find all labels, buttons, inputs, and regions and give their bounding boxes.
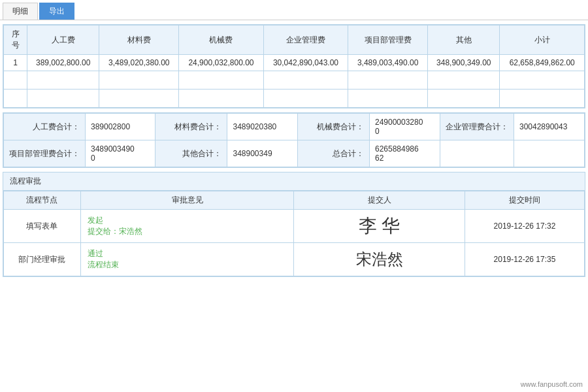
project-label: 项目部管理费合计： (4, 140, 86, 167)
wf-header-submitter: 提交人 (294, 191, 465, 210)
wf-opinion-link-2[interactable]: 通过 (88, 249, 103, 258)
workflow-table: 流程节点 审批意见 提交人 提交时间 填写表单 发起 提交给：宋浩然 李 华 (3, 191, 585, 276)
wf-opinion-sub-2: 流程结束 (88, 259, 287, 270)
cell-material: 3,489,020,380.00 (99, 55, 179, 71)
col-header-other: 其他 (428, 25, 500, 55)
wf-time-1: 2019-12-26 17:32 (465, 210, 584, 243)
col-header-labor: 人工费 (27, 25, 99, 55)
data-table: 序号 人工费 材料费 机械费 企业管理费 项目部管理费 其他 小计 1 389,… (3, 25, 585, 108)
cell-machine: 24,900,032,800.00 (179, 55, 264, 71)
wf-submitter-1: 李 华 (294, 210, 465, 243)
cell-other: 348,900,349.00 (428, 55, 500, 71)
machine-value: 24900003280 0 (369, 114, 440, 140)
col-header-material: 材料费 (99, 25, 179, 55)
material-value: 3489020380 (227, 114, 297, 140)
tab-detail[interactable]: 明细 (3, 3, 38, 20)
workflow-section: 流程审批 流程节点 审批意见 提交人 提交时间 填写表单 发起 提交给：宋浩然 (3, 172, 585, 277)
empty-row (4, 71, 585, 90)
workflow-title: 流程审批 (3, 172, 585, 191)
labor-label: 人工费合计： (4, 114, 86, 140)
workflow-row-1: 填写表单 发起 提交给：宋浩然 李 华 2019-12-26 17:32 (4, 210, 585, 243)
col-header-machine: 机械费 (179, 25, 264, 55)
wf-header-opinion: 审批意见 (80, 191, 294, 210)
wf-time-2: 2019-12-26 17:35 (465, 243, 584, 276)
tab-export[interactable]: 导出 (39, 3, 74, 20)
data-table-wrap: 序号 人工费 材料费 机械费 企业管理费 项目部管理费 其他 小计 1 389,… (3, 24, 585, 108)
enterprise-label: 企业管理费合计： (440, 114, 514, 140)
other-label: 其他合计： (155, 140, 227, 167)
wf-opinion-link-1[interactable]: 发起 (88, 216, 103, 225)
empty-row (4, 90, 585, 108)
wf-header-node: 流程节点 (4, 191, 81, 210)
cell-labor: 389,002,800.00 (27, 55, 99, 71)
total-label: 总合计： (297, 140, 369, 167)
machine-label: 机械费合计： (297, 114, 369, 140)
watermark: www.fanpusoft.com (521, 380, 583, 388)
cell-project: 3,489,003,490.00 (348, 55, 428, 71)
wf-node-1: 填写表单 (4, 210, 81, 243)
wf-opinion-1: 发起 提交给：宋浩然 (80, 210, 294, 243)
wf-opinion-sub-1: 提交给：宋浩然 (88, 226, 287, 237)
enterprise-value: 30042890043 (514, 114, 584, 140)
workflow-row-2: 部门经理审批 通过 流程结束 宋浩然 2019-12-26 17:35 (4, 243, 585, 276)
other-value: 348900349 (227, 140, 297, 167)
cell-subtotal: 62,658,849,862.00 (500, 55, 585, 71)
signature-2: 宋浩然 (356, 251, 403, 268)
material-label: 材料费合计： (155, 114, 227, 140)
labor-value: 389002800 (86, 114, 155, 140)
wf-node-2: 部门经理审批 (4, 243, 81, 276)
col-header-subtotal: 小计 (500, 25, 585, 55)
wf-opinion-main-2: 通过 (88, 248, 287, 259)
table-row: 1 389,002,800.00 3,489,020,380.00 24,900… (4, 55, 585, 71)
col-header-enterprise: 企业管理费 (263, 25, 348, 55)
summary-table-wrap: 人工费合计： 389002800 材料费合计： 3489020380 机械费合计… (3, 112, 585, 168)
project-value: 3489003490 0 (86, 140, 155, 167)
total-value: 6265884986 62 (369, 140, 440, 167)
col-header-index: 序号 (4, 25, 27, 55)
summary-table: 人工费合计： 389002800 材料费合计： 3489020380 机械费合计… (3, 113, 585, 167)
wf-opinion-2: 通过 流程结束 (80, 243, 294, 276)
signature-1: 李 华 (359, 216, 400, 236)
summary-row-2: 项目部管理费合计： 3489003490 0 其他合计： 348900349 总… (4, 140, 585, 167)
tab-bar: 明细 导出 (0, 0, 588, 20)
cell-index: 1 (4, 55, 27, 71)
wf-header-time: 提交时间 (465, 191, 584, 210)
cell-enterprise: 30,042,890,043.00 (263, 55, 348, 71)
wf-opinion-main-1: 发起 (88, 215, 287, 226)
col-header-project: 项目部管理费 (348, 25, 428, 55)
summary-row-1: 人工费合计： 389002800 材料费合计： 3489020380 机械费合计… (4, 114, 585, 140)
wf-submitter-2: 宋浩然 (294, 243, 465, 276)
